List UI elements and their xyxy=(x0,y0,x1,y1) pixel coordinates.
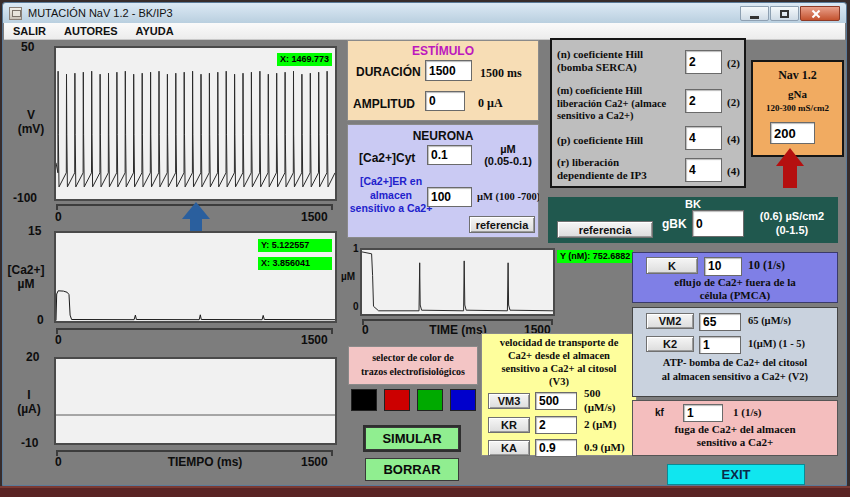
voltage-ymax-label: 50 xyxy=(21,40,34,54)
trace-color-red[interactable] xyxy=(384,389,410,411)
bk-panel: BK referencia gBK (0.6) µS/cm2 (0-1.5) xyxy=(548,197,838,243)
neuron-reference-button[interactable]: referencia xyxy=(469,216,535,233)
window-title: MUTACIÓN NaV 1.2 - BK/IP3 xyxy=(28,7,173,19)
duration-label: DURACIÓN xyxy=(356,65,421,79)
vm2-input[interactable] xyxy=(699,313,741,331)
trace-color-label: selector de color de trazos electrofisio… xyxy=(349,351,477,379)
menu-ayuda[interactable]: AYUDA xyxy=(127,25,183,37)
duration-input[interactable] xyxy=(425,60,472,81)
hill-n-input[interactable] xyxy=(685,50,722,74)
leak-description: fuga de Ca2+ del almacen sensitivo a Ca2… xyxy=(633,423,837,449)
stimulus-title: ESTÍMULO xyxy=(348,44,538,58)
k-readout: 10 (1/s) xyxy=(748,258,785,273)
gna-label: gNa xyxy=(753,88,842,100)
simulate-button[interactable]: SIMULAR xyxy=(365,427,459,450)
calcium-x-axis xyxy=(56,328,333,334)
leak-panel: kf 1 (1/s) fuga de Ca2+ del almacen sens… xyxy=(632,400,838,456)
hill-panel: (n) coeficiente Hill (bomba SERCA) (2) (… xyxy=(550,38,746,188)
hill-r-input[interactable] xyxy=(685,158,722,182)
cyt-ca-label: [Ca2+]Cyt xyxy=(359,151,415,165)
k2-input[interactable] xyxy=(699,336,741,354)
k2-readout: 1(µM) (1 - 5) xyxy=(748,338,805,349)
kr-button[interactable]: KR xyxy=(488,417,530,433)
kf-input[interactable] xyxy=(683,404,723,422)
voltage-ymin-label: -100 xyxy=(13,191,37,205)
voltage-plot: X: 1469.773 xyxy=(54,46,337,201)
calcium-x1-label: 1500 xyxy=(301,333,328,347)
calcium-x0-label: 0 xyxy=(55,333,62,347)
current-x-title: TIEMPO (ms) xyxy=(150,455,260,469)
stimulus-panel: ESTÍMULO DURACIÓN 1500 ms AMPLITUD 0 µA xyxy=(347,40,539,121)
vm2-readout: 65 (µM/s) xyxy=(748,315,791,326)
vm3-input[interactable] xyxy=(535,392,577,410)
maximize-icon xyxy=(780,10,789,18)
close-button[interactable] xyxy=(800,6,840,21)
hill-p-default: (4) xyxy=(727,133,740,145)
ka-button[interactable]: KA xyxy=(488,440,530,456)
amplitude-input[interactable] xyxy=(425,91,465,111)
neuron-title: NEURONA xyxy=(348,129,538,143)
trace-color-green[interactable] xyxy=(417,389,443,411)
title-bar: MUTACIÓN NaV 1.2 - BK/IP3 xyxy=(3,3,846,23)
voltage-cursor-readout: X: 1469.773 xyxy=(277,53,332,66)
hill-n-label: (n) coeficiente Hill (bomba SERCA) xyxy=(557,48,689,74)
er-ymin-label: 0 xyxy=(353,301,359,312)
bk-title: BK xyxy=(548,198,838,210)
er-ymax-label: 1 xyxy=(353,243,359,254)
menu-salir[interactable]: SALIR xyxy=(4,25,55,37)
hill-p-label: (p) coeficiente Hill xyxy=(557,134,643,146)
maximize-button[interactable] xyxy=(770,6,799,21)
gbk-input[interactable] xyxy=(692,210,744,237)
hill-r-label: (r) liberación dependiente de IP3 xyxy=(557,156,687,182)
kr-input[interactable] xyxy=(535,416,577,434)
current-plot xyxy=(54,357,337,445)
er-calcium-plot xyxy=(360,248,555,316)
minimize-button[interactable] xyxy=(740,6,769,21)
duration-readout: 1500 ms xyxy=(480,66,522,81)
k-input[interactable] xyxy=(704,257,742,276)
calcium-ymin-label: 0 xyxy=(37,313,44,327)
trace-color-blue[interactable] xyxy=(450,389,476,411)
current-ymin-label: -10 xyxy=(21,436,38,450)
vm3-button[interactable]: VM3 xyxy=(488,393,530,409)
current-axis-label: I (µA) xyxy=(6,388,52,416)
er-ca-label: [Ca2+]ER en almacen sensitivo a Ca2+ xyxy=(348,175,434,216)
calcium-cursor-x-readout: X: 3.856041 xyxy=(258,257,332,270)
exit-button[interactable]: EXIT xyxy=(667,464,805,485)
trace-color-black[interactable] xyxy=(351,389,377,411)
cyt-ca-input[interactable] xyxy=(427,145,472,165)
ka-input[interactable] xyxy=(535,439,577,457)
k2-button[interactable]: K2 xyxy=(646,336,694,352)
hill-n-default: (2) xyxy=(727,57,740,69)
er-cursor-readout: Y (nM): 752.6882 xyxy=(557,250,633,263)
vm2-button[interactable]: VM2 xyxy=(646,313,694,329)
gbk-info: (0.6) µS/cm2 (0-1.5) xyxy=(748,210,836,238)
trace-color-panel: selector de color de trazos electrofisio… xyxy=(348,346,478,385)
gna-input[interactable] xyxy=(770,122,815,144)
er-axis-label: µM xyxy=(341,271,355,282)
calcium-plot: Y: 5.122557 X: 3.856041 xyxy=(54,231,337,323)
voltage-x0-label: 0 xyxy=(55,210,62,224)
serca-description: ATP- bomba de Ca2+ del citosol al almace… xyxy=(633,356,837,383)
hill-m-input[interactable] xyxy=(685,89,722,113)
clear-button[interactable]: BORRAR xyxy=(365,458,459,481)
k-button[interactable]: K xyxy=(646,257,698,274)
er-ca-input[interactable] xyxy=(427,187,472,207)
kf-label: kf xyxy=(655,407,664,418)
amplitude-readout: 0 µA xyxy=(478,96,503,111)
hill-p-input[interactable] xyxy=(685,126,722,150)
calcium-axis-label: [Ca2+] µM xyxy=(0,263,52,291)
voltage-axis-label: V (mV) xyxy=(8,108,54,136)
gbk-label: gBK xyxy=(662,217,687,231)
ka-readout: 0.9 (µM) xyxy=(584,441,625,453)
er-ca-unit: µM (100 -700) xyxy=(477,191,539,202)
menu-autores[interactable]: AUTORES xyxy=(55,25,127,37)
nav-title: Nav 1.2 xyxy=(753,68,842,83)
app-icon xyxy=(9,7,22,20)
gna-range: 120-300 mS/cm2 xyxy=(753,103,842,113)
hill-m-default: (2) xyxy=(727,96,740,108)
hill-m-label: (m) coeficiente Hill liberación Ca2+ (al… xyxy=(557,85,691,123)
bk-reference-button[interactable]: referencia xyxy=(557,221,653,238)
neuron-panel: NEURONA [Ca2+]Cyt µM (0.05-0.1) [Ca2+]ER… xyxy=(347,124,539,238)
kr-readout: 2 (µM) xyxy=(584,418,616,430)
